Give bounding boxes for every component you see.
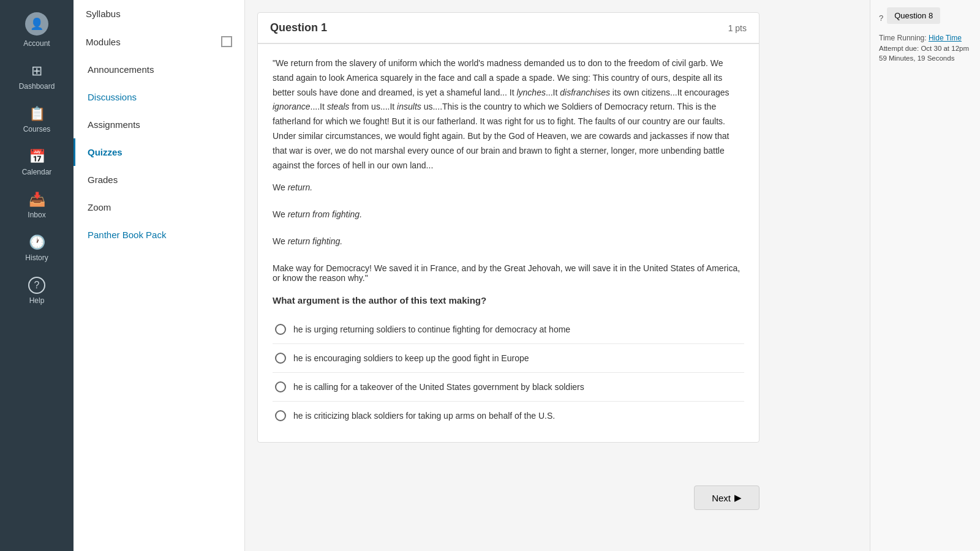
calendar-label: Calendar <box>22 168 52 176</box>
answer-text-a: he is urging returning soldiers to conti… <box>293 324 570 334</box>
assignments-label: Assignments <box>88 119 140 130</box>
history-nav-item[interactable]: 🕐 History <box>0 227 74 269</box>
help-label: Help <box>29 296 45 305</box>
next-arrow: ▶ <box>734 492 742 503</box>
assignments-nav-item[interactable]: Assignments <box>74 111 244 138</box>
avatar: 👤 <box>25 12 48 36</box>
time-remaining: 59 Minutes, 19 Seconds <box>879 54 971 62</box>
courses-label: Courses <box>23 125 51 133</box>
attempt-due: Attempt due: Oct 30 at 12pm <box>879 45 971 52</box>
icon-navigation: 👤 Account ⊞ Dashboard 📋 Courses 📅 Calend… <box>0 0 74 551</box>
radio-c[interactable] <box>275 381 286 392</box>
inbox-nav-item[interactable]: 📥 Inbox <box>0 184 74 227</box>
zoom-label: Zoom <box>88 202 111 212</box>
answer-text-b: he is encouraging soldiers to keep up th… <box>293 353 529 363</box>
dashboard-nav-item[interactable]: ⊞ Dashboard <box>0 55 74 98</box>
passage-text: "We return from the slavery of uniform w… <box>273 56 744 173</box>
history-icon: 🕐 <box>28 234 45 251</box>
discussions-nav-item[interactable]: Discussions <box>74 83 244 111</box>
radio-a[interactable] <box>275 324 286 335</box>
hide-time-button[interactable]: Hide Time <box>929 34 962 42</box>
answer-text-c: he is calling for a takeover of the Unit… <box>293 382 584 392</box>
panther-book-pack-nav-item[interactable]: Panther Book Pack <box>74 221 244 249</box>
next-button[interactable]: Next ▶ <box>694 485 760 510</box>
answer-option-c[interactable]: he is calling for a takeover of the Unit… <box>273 373 744 402</box>
question-card: Question 1 1 pts "We return from the sla… <box>257 12 760 443</box>
panther-book-pack-label: Panther Book Pack <box>88 230 166 240</box>
modules-nav-item[interactable]: Syllabus <box>74 0 244 28</box>
courses-nav-item[interactable]: 📋 Courses <box>0 98 74 141</box>
radio-d[interactable] <box>275 410 286 421</box>
question-points: 1 pts <box>728 23 747 33</box>
dashboard-icon: ⊞ <box>28 62 45 80</box>
announcements-nav-item[interactable]: Announcements <box>74 56 244 83</box>
question-body: "We return from the slavery of uniform w… <box>258 44 759 442</box>
answer-option-d[interactable]: he is criticizing black soldiers for tak… <box>273 402 744 430</box>
quizzes-label: Quizzes <box>88 147 123 157</box>
next-label: Next <box>712 493 731 503</box>
zoom-nav-item[interactable]: Zoom <box>74 193 244 221</box>
passage-line4: Make way for Democracy! We saved it in F… <box>273 263 744 283</box>
time-label: Time Running: Hide Time <box>879 34 971 42</box>
question-nav-label: Question 8 <box>894 11 933 20</box>
main-content: Question 1 1 pts "We return from the sla… <box>245 0 870 551</box>
answer-option-b[interactable]: he is encouraging soldiers to keep up th… <box>273 344 744 373</box>
inbox-icon: 📥 <box>28 191 45 208</box>
help-nav-item[interactable]: ? Help <box>0 269 74 312</box>
module-checkbox[interactable] <box>221 36 232 47</box>
question-prompt: What argument is the author of this text… <box>273 295 744 305</box>
question-header: Question 1 1 pts <box>258 13 759 44</box>
dashboard-label: Dashboard <box>19 82 55 91</box>
radio-b[interactable] <box>275 353 286 364</box>
history-label: History <box>25 253 48 262</box>
announcements-label: Announcements <box>88 64 154 75</box>
modules-nav-item[interactable]: Modules <box>74 28 244 56</box>
help-icon: ? <box>28 277 45 294</box>
account-label: Account <box>23 39 50 48</box>
question-nav-button[interactable]: Question 8 <box>887 7 940 24</box>
inbox-label: Inbox <box>28 211 45 219</box>
answer-option-a[interactable]: he is urging returning soldiers to conti… <box>273 315 744 344</box>
grades-nav-item[interactable]: Grades <box>74 166 244 193</box>
quizzes-nav-item[interactable]: Quizzes <box>74 138 244 166</box>
account-nav-item[interactable]: 👤 Account <box>0 5 74 55</box>
modules-label: Modules <box>86 37 121 47</box>
course-navigation: Syllabus Modules Announcements Discussio… <box>74 0 245 551</box>
question-help-icon: ? <box>879 13 883 23</box>
right-sidebar: ? Question 8 Time Running: Hide Time Att… <box>870 0 980 551</box>
passage-line1: We return. <box>273 182 744 192</box>
grades-label: Grades <box>88 174 118 185</box>
calendar-icon: 📅 <box>28 148 45 165</box>
passage-line3: We return fighting. <box>273 236 744 246</box>
question-title: Question 1 <box>270 21 327 34</box>
passage-line2: We return from fighting. <box>273 209 744 219</box>
calendar-nav-item[interactable]: 📅 Calendar <box>0 141 74 184</box>
modules-label: Syllabus <box>86 9 121 19</box>
courses-icon: 📋 <box>28 105 45 122</box>
answer-text-d: he is criticizing black soldiers for tak… <box>293 411 555 421</box>
discussions-label: Discussions <box>88 92 137 102</box>
